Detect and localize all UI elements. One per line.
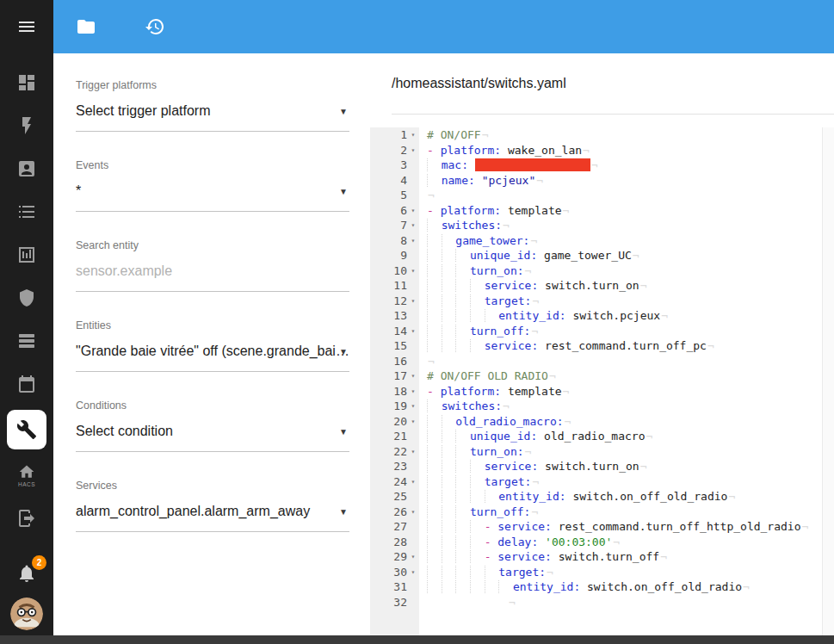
code-line[interactable]: entity_id: switch.on_off_old_radio: [427, 579, 834, 595]
sidebar-item-entities[interactable]: [9, 324, 44, 358]
open-file-path: /homeassistant/switchs.yaml: [392, 76, 566, 91]
fold-toggle-icon[interactable]: ▾: [407, 549, 419, 565]
field-select[interactable]: Select condition▼: [76, 424, 349, 452]
code-line[interactable]: [427, 595, 834, 610]
line-number: 11: [393, 278, 407, 294]
indent-guide: [455, 430, 470, 443]
fold-toggle-icon[interactable]: ▾: [407, 399, 419, 414]
indent-guide: [442, 520, 456, 533]
code-line[interactable]: old_radio_macro:: [427, 414, 834, 430]
sidebar-item-dashboard[interactable]: [9, 65, 44, 100]
fold-toggle-icon[interactable]: ▾: [407, 444, 419, 460]
code-token: -: [427, 144, 441, 157]
code-token: turn_off:: [470, 325, 530, 337]
code-line[interactable]: entity_id: switch.on_off_old_radio: [427, 489, 834, 505]
code-token: switch.turn_on: [545, 460, 639, 473]
sidebar-item-wrench[interactable]: [7, 410, 46, 449]
fold-toggle-icon[interactable]: ▾: [407, 263, 419, 279]
code-line[interactable]: switches:: [427, 218, 834, 233]
code-line[interactable]: turn_off:: [427, 505, 834, 520]
code-line[interactable]: entity_id: switch.pcjeux: [427, 308, 834, 324]
line-number: 30: [393, 565, 407, 580]
code-line[interactable]: - platform: wake_on_lan: [427, 143, 834, 158]
fold-toggle-icon[interactable]: ▾: [407, 127, 419, 143]
indent-guide: [427, 505, 442, 518]
fold-toggle-icon[interactable]: ▾: [407, 233, 419, 249]
code-token: service:: [485, 460, 545, 473]
code-line[interactable]: service: switch.turn_on: [427, 278, 834, 294]
gutter-line: 12▾: [370, 294, 419, 309]
dropdown-caret-icon: ▼: [339, 107, 348, 116]
code-line[interactable]: - service: rest_command.turn_off_http_ol…: [427, 519, 834, 535]
code-line[interactable]: - platform: template: [427, 384, 834, 399]
fold-toggle-icon[interactable]: ▾: [407, 143, 419, 158]
code-line[interactable]: switches:: [427, 399, 834, 414]
fold-toggle-icon[interactable]: ▾: [407, 218, 419, 233]
indent-guide: [455, 339, 470, 352]
fold-toggle-icon[interactable]: ▾: [407, 414, 419, 430]
code-line[interactable]: turn_off:: [427, 324, 834, 339]
code-line[interactable]: [427, 188, 834, 203]
indent-guide: [442, 294, 456, 307]
line-number: 21: [393, 429, 407, 444]
code-line[interactable]: target:: [427, 565, 834, 580]
code-line[interactable]: mac:: [427, 158, 834, 173]
history-button[interactable]: [138, 9, 172, 44]
sidebar-item-calendar[interactable]: [9, 367, 44, 401]
code-line[interactable]: turn_on:: [427, 263, 834, 279]
code-area[interactable]: # ON/OFF- platform: wake_on_lan mac: nam…: [419, 127, 834, 635]
fold-toggle-icon[interactable]: ▾: [407, 368, 419, 384]
field-input[interactable]: sensor.example: [76, 263, 349, 292]
code-line[interactable]: - service: switch.turn_off: [427, 549, 834, 565]
sidebar-item-history-chart[interactable]: [9, 238, 44, 272]
code-line[interactable]: service: rest_command.turn_off_pc: [427, 338, 834, 354]
indent-guide: [485, 490, 499, 503]
code-line[interactable]: - platform: template: [427, 203, 834, 219]
sidebar-item-exit[interactable]: [9, 501, 44, 536]
sidebar-item-energy[interactable]: [9, 108, 44, 143]
code-line[interactable]: unique_id: old_radio_macro: [427, 429, 834, 444]
indent-guide: [427, 399, 442, 412]
editor-scrollbar[interactable]: [822, 127, 834, 635]
code-line[interactable]: name: "pcjeux": [427, 173, 834, 189]
gutter-line: 9: [370, 248, 419, 263]
code-line[interactable]: service: switch.turn_on: [427, 459, 834, 474]
code-line[interactable]: target:: [427, 474, 834, 490]
fold-toggle-icon[interactable]: ▾: [407, 324, 419, 339]
code-line[interactable]: [427, 354, 834, 369]
fold-toggle-icon[interactable]: ▾: [407, 505, 419, 520]
code-line[interactable]: # ON/OFF: [427, 127, 834, 143]
sidebar-item-hacs[interactable]: HACS: [9, 458, 44, 492]
field-select[interactable]: Select trigger platform▼: [76, 103, 349, 132]
fold-toggle-icon[interactable]: ▾: [407, 294, 419, 309]
notifications-button[interactable]: 2: [9, 556, 44, 591]
sidebar-item-todo-list[interactable]: [9, 195, 44, 229]
code-line[interactable]: # ON/OFF OLD RADIO: [427, 368, 834, 384]
code-line[interactable]: unique_id: game_tower_UC: [427, 248, 834, 263]
fold-toggle-icon[interactable]: ▾: [407, 474, 419, 490]
sidebar-item-media[interactable]: [9, 152, 44, 186]
sidebar-item-security[interactable]: [9, 281, 44, 315]
gutter-line: 3: [370, 158, 419, 173]
code-line[interactable]: turn_on:: [427, 444, 834, 460]
line-number: 20: [393, 414, 407, 430]
fold-toggle-icon[interactable]: ▾: [407, 565, 419, 580]
code-line[interactable]: target:: [427, 294, 834, 309]
fold-toggle-icon[interactable]: ▾: [407, 203, 419, 219]
fold-toggle-icon[interactable]: ▾: [407, 384, 419, 399]
user-avatar[interactable]: [10, 598, 43, 630]
field-label: Trigger platforms: [76, 79, 349, 91]
field-select[interactable]: "Grande baie vitrée" off (scene.grande_b…: [76, 344, 349, 372]
indent-guide: [481, 596, 495, 609]
folder-button[interactable]: [69, 9, 103, 44]
indent-guide: [470, 520, 485, 533]
gutter-line: 24▾: [370, 474, 419, 490]
main-area: Trigger platformsSelect trigger platform…: [53, 0, 834, 635]
code-line[interactable]: game_tower:: [427, 233, 834, 249]
indent-guide: [427, 309, 442, 322]
field-select[interactable]: *▼: [76, 183, 349, 212]
menu-button[interactable]: [0, 0, 53, 53]
notification-badge: 2: [32, 555, 46, 570]
field-select[interactable]: alarm_control_panel.alarm_arm_away▼: [76, 504, 349, 532]
code-line[interactable]: - delay: '00:03:00': [427, 535, 834, 550]
